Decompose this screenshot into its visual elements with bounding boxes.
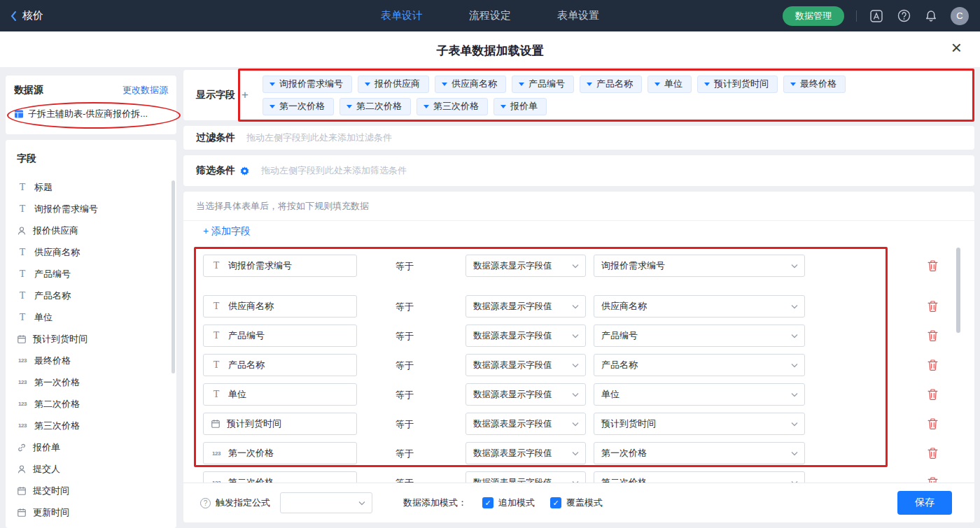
text-field-icon: T — [17, 247, 28, 258]
display-field-chip[interactable]: 产品名称 — [580, 76, 642, 93]
display-field-chip[interactable]: 最终价格 — [783, 76, 846, 93]
bell-icon[interactable] — [923, 8, 939, 24]
chevron-down-icon — [791, 264, 798, 269]
field-item[interactable]: 提交人 — [17, 458, 176, 480]
display-field-chip[interactable]: 第一次价格 — [262, 98, 334, 115]
delete-rule-icon[interactable] — [927, 447, 939, 459]
fields-scrollbar[interactable] — [172, 180, 175, 373]
rule-source-value: 数据源表显示字段值 — [473, 448, 552, 459]
rule-field-box[interactable]: T产品编号 — [203, 324, 357, 347]
delete-rule-icon[interactable] — [927, 476, 939, 483]
rule-source-select[interactable]: 数据源表显示字段值 — [465, 354, 586, 376]
field-item[interactable]: T产品名称 — [17, 285, 176, 306]
screen-conditions-bar[interactable]: 筛选条件 拖动左侧字段到此处来添加筛选条件 — [183, 155, 974, 186]
rule-source-select[interactable]: 数据源表显示字段值 — [465, 413, 586, 435]
rule-target-select[interactable]: 单位 — [594, 383, 805, 406]
field-item[interactable]: 更新时间 — [17, 501, 176, 523]
rule-target-select[interactable]: 第二次价格 — [594, 471, 805, 483]
rule-source-select[interactable]: 数据源表显示字段值 — [465, 383, 586, 406]
rule-source-select[interactable]: 数据源表显示字段值 — [465, 442, 586, 464]
delete-rule-icon[interactable] — [927, 359, 939, 371]
tab-1[interactable]: 流程设定 — [469, 9, 511, 22]
rule-source-select[interactable]: 数据源表显示字段值 — [465, 255, 586, 277]
display-field-chip[interactable]: 第三次价格 — [416, 98, 488, 115]
mode-checkbox-0[interactable]: ✓追加模式 — [482, 497, 535, 509]
field-item[interactable]: T产品编号 — [17, 263, 176, 285]
tab-2[interactable]: 表单设置 — [557, 9, 599, 22]
gear-icon[interactable] — [239, 166, 250, 176]
checkbox-checked-icon[interactable]: ✓ — [550, 497, 561, 508]
tab-0[interactable]: 表单设计 — [381, 9, 423, 22]
chevron-down-icon — [791, 334, 798, 338]
display-field-chip[interactable]: 预计到货时间 — [697, 76, 778, 93]
field-item[interactable]: 123最终价格 — [17, 350, 176, 371]
rule-row: T询报价需求编号等于数据源表显示字段值询报价需求编号 — [183, 255, 974, 277]
back-button[interactable]: 核价 — [0, 9, 43, 22]
rules-scrollbar[interactable] — [956, 248, 960, 333]
chip-label: 报价单 — [510, 100, 538, 113]
delete-rule-icon[interactable] — [927, 329, 939, 342]
avatar[interactable]: C — [951, 7, 969, 25]
data-manage-button[interactable]: 数据管理 — [783, 6, 844, 26]
add-field-button[interactable]: + 添加字段 — [203, 225, 251, 238]
rule-source-select[interactable]: 数据源表显示字段值 — [465, 471, 586, 483]
dropdown-triangle-icon — [365, 83, 370, 86]
display-field-chip[interactable]: 报价供应商 — [358, 76, 429, 93]
rule-field-label: 预计到货时间 — [227, 418, 281, 430]
formula-select[interactable] — [280, 492, 372, 513]
rule-row: T产品名称等于数据源表显示字段值产品名称 — [183, 354, 974, 376]
field-item[interactable]: T标题 — [17, 176, 176, 198]
rule-target-select[interactable]: 第一次价格 — [594, 442, 805, 464]
field-item[interactable]: T询报价需求编号 — [17, 198, 176, 220]
delete-rule-icon[interactable] — [927, 418, 939, 430]
field-item[interactable]: 提交时间 — [17, 480, 176, 501]
rule-field-box[interactable]: T单位 — [203, 383, 357, 406]
field-item[interactable]: 预计到货时间 — [17, 328, 176, 350]
language-icon[interactable] — [869, 8, 884, 24]
rule-target-select[interactable]: 产品名称 — [594, 354, 805, 376]
rule-target-select[interactable]: 产品编号 — [594, 324, 805, 347]
delete-rule-icon[interactable] — [927, 300, 939, 313]
number-field-icon: 123 — [17, 422, 28, 429]
delete-rule-icon[interactable] — [927, 388, 939, 401]
display-field-chip[interactable]: 产品编号 — [512, 76, 574, 93]
rule-field-box[interactable]: T供应商名称 — [203, 295, 357, 317]
rule-field-box[interactable]: 预计到货时间 — [203, 413, 357, 435]
datasource-title: 数据源 — [14, 84, 43, 97]
rule-source-select[interactable]: 数据源表显示字段值 — [465, 295, 586, 317]
field-item[interactable]: 123第三次价格 — [17, 415, 176, 436]
rule-field-box[interactable]: 123第一次价格 — [203, 442, 357, 464]
field-item[interactable]: 123第二次价格 — [17, 393, 176, 415]
display-field-chip[interactable]: 供应商名称 — [435, 76, 506, 93]
datasource-item[interactable]: 子拆主辅助表-供应商报价拆... — [14, 108, 168, 120]
close-icon[interactable]: × — [951, 38, 962, 57]
field-item[interactable]: 123第一次价格 — [17, 371, 176, 393]
rule-target-select[interactable]: 预计到货时间 — [594, 413, 805, 435]
change-datasource-link[interactable]: 更改数据源 — [122, 84, 168, 97]
field-item[interactable]: T单位 — [17, 306, 176, 328]
checkbox-checked-icon[interactable]: ✓ — [482, 497, 493, 508]
rule-source-select[interactable]: 数据源表显示字段值 — [465, 324, 586, 347]
save-button[interactable]: 保存 — [897, 491, 952, 515]
rule-field-label: 产品名称 — [228, 359, 265, 371]
help-icon[interactable] — [896, 8, 911, 24]
field-item[interactable]: T供应商名称 — [17, 241, 176, 263]
mode-checkbox-1[interactable]: ✓覆盖模式 — [550, 497, 603, 509]
rule-target-select[interactable]: 供应商名称 — [594, 295, 805, 317]
chip-label: 第二次价格 — [356, 100, 402, 113]
display-field-chip[interactable]: 第二次价格 — [340, 98, 411, 115]
rule-field-box[interactable]: T产品名称 — [203, 354, 357, 376]
field-item[interactable]: 报价单 — [17, 436, 176, 458]
display-field-chip[interactable]: 单位 — [648, 76, 692, 93]
filter-conditions-bar[interactable]: 过滤条件 拖动左侧字段到此处来添加过滤条件 — [183, 126, 974, 150]
delete-rule-icon[interactable] — [927, 259, 939, 272]
field-item[interactable]: 报价供应商 — [17, 220, 176, 241]
text-field-icon: T — [17, 312, 28, 323]
add-display-field-icon[interactable]: + — [241, 88, 248, 102]
display-field-chip[interactable]: 询报价需求编号 — [262, 76, 352, 93]
rule-target-select[interactable]: 询报价需求编号 — [594, 255, 805, 277]
display-field-chip[interactable]: 报价单 — [493, 98, 547, 115]
rule-field-box[interactable]: 123第二次价格 — [203, 471, 357, 483]
rule-field-box[interactable]: T询报价需求编号 — [203, 255, 357, 277]
user-field-icon — [17, 226, 27, 236]
